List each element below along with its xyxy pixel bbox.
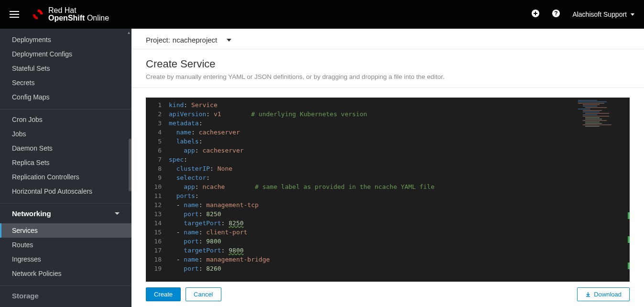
editor-gutter: 12345678910111213141516171819 [146,98,169,282]
sidebar-item[interactable]: Routes [0,238,131,252]
sidebar-item[interactable]: Replica Sets [0,155,131,170]
brand-top: Red Hat [48,6,76,14]
help-icon[interactable]: ? [552,9,560,20]
project-caret-icon [227,39,231,42]
user-name: Alachisoft Support [572,11,627,18]
sidebar-item[interactable]: Deployment Configs [0,47,131,61]
download-label: Download [594,291,622,298]
caret-down-icon [631,13,634,16]
download-icon [585,292,591,297]
hamburger-menu-icon[interactable] [10,9,19,20]
main-content: Project: ncacheproject Create Service Cr… [131,29,644,307]
chevron-down-icon [115,212,120,215]
section-label: Storage [12,292,39,300]
sidebar-item[interactable]: Daemon Sets [0,141,131,155]
redhat-icon [31,8,44,21]
editor-code[interactable]: kind: ServiceapiVersion: v1 # underlying… [169,98,568,282]
sidebar-item[interactable]: Network Policies [0,266,131,281]
page-header: Create Service Create by manually enteri… [131,49,644,88]
project-selector[interactable]: Project: ncacheproject [131,29,644,49]
svg-text:?: ? [555,10,558,17]
editor-minimap[interactable] [568,98,630,282]
sidebar-section-networking[interactable]: Networking [0,203,131,223]
create-button[interactable]: Create [146,287,181,301]
sidebar-item[interactable]: Horizontal Pod Autoscalers [0,184,131,198]
sidebar-section-storage[interactable]: Storage [0,285,131,306]
project-label: Project: [146,36,170,44]
sidebar: ▴ Deployments Deployment Configs Statefu… [0,29,131,307]
scroll-up-icon[interactable]: ▴ [128,30,130,35]
page-title: Create Service [146,58,630,70]
user-menu[interactable]: Alachisoft Support [572,11,634,18]
sidebar-item-services[interactable]: Services [0,223,131,238]
sidebar-item[interactable]: Cron Jobs [0,112,131,127]
sidebar-item[interactable]: Replication Controllers [0,170,131,184]
download-button[interactable]: Download [577,287,630,301]
page-description: Create by manually entering YAML or JSON… [146,73,630,80]
footer-actions: Create Cancel Download [131,282,644,307]
yaml-editor[interactable]: 12345678910111213141516171819 kind: Serv… [146,98,630,282]
sidebar-item[interactable]: Jobs [0,127,131,141]
sidebar-item[interactable]: Config Maps [0,90,131,104]
sidebar-item[interactable]: Ingresses [0,252,131,266]
sidebar-item[interactable]: Deployments [0,33,131,47]
project-name: ncacheproject [173,36,217,44]
brand-logo[interactable]: Red Hat OpenShift Online [31,7,109,22]
sidebar-item[interactable]: Secrets [0,76,131,90]
brand-sub: Online [87,14,109,22]
add-icon[interactable] [531,9,540,20]
section-label: Networking [12,209,51,218]
sidebar-item[interactable]: Stateful Sets [0,61,131,76]
top-bar: Red Hat OpenShift Online ? Alachisoft Su… [0,0,644,29]
brand-main: OpenShift [48,14,85,22]
cancel-button[interactable]: Cancel [186,287,221,301]
